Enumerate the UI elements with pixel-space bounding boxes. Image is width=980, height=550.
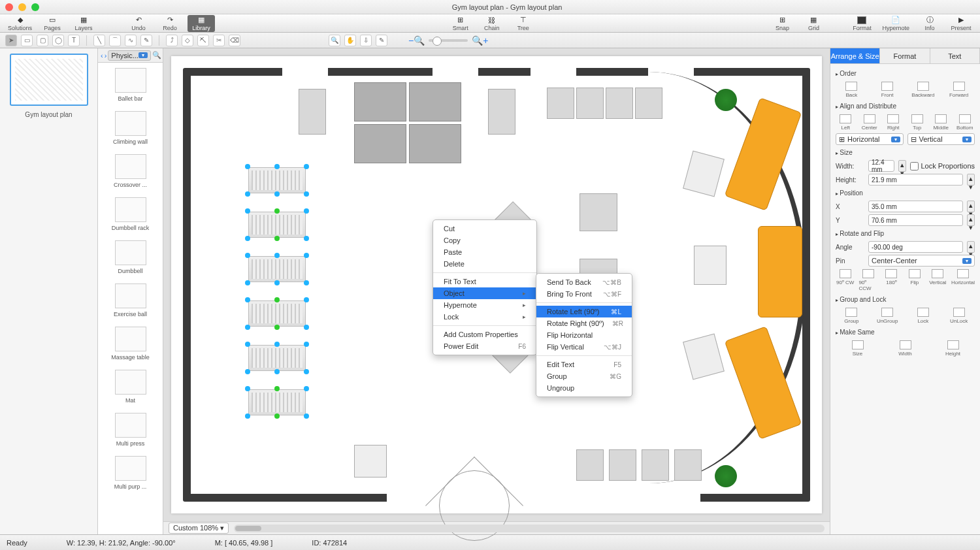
lib-search-icon[interactable]: 🔍: [152, 51, 161, 59]
grid-button[interactable]: ▦Grid: [800, 15, 827, 32]
library-item[interactable]: Climbing wall: [101, 108, 160, 152]
lock-proportions[interactable]: Lock Proportions: [910, 162, 975, 170]
canvas[interactable]: CutCopyPasteDeleteFit To TextObjectHyper…: [171, 56, 822, 513]
smart-button[interactable]: ⊞Smart: [447, 15, 474, 32]
section-rotate[interactable]: Rotate and Flip: [836, 228, 975, 239]
info-button[interactable]: ⓘInfo: [916, 15, 943, 32]
menu-item[interactable]: Bring To Front⌥⌘F: [536, 288, 632, 300]
menu-item[interactable]: Group⌘G: [536, 370, 632, 382]
chain-button[interactable]: ⛓Chain: [478, 15, 506, 32]
y-stepper[interactable]: ▴▾: [967, 214, 975, 226]
page-thumb-1[interactable]: [10, 54, 88, 106]
menu-item[interactable]: Delete: [433, 258, 536, 270]
menu-item[interactable]: Send To Back⌥⌘B: [536, 276, 632, 288]
section-align[interactable]: Align and Distribute: [836, 101, 975, 112]
treadmill[interactable]: [248, 345, 306, 371]
menu-item[interactable]: Ungroup: [536, 382, 632, 394]
library-item[interactable]: Mat: [101, 367, 160, 410]
menu-item[interactable]: Rotate Left (90º)⌘L: [536, 306, 632, 317]
inspector-btn[interactable]: Front: [872, 82, 904, 98]
tree-button[interactable]: ⊤Tree: [510, 15, 537, 32]
redo-button[interactable]: ↷Redo: [156, 15, 184, 32]
solutions-button[interactable]: ◆Solutions: [5, 15, 35, 32]
lib-prev-icon[interactable]: ‹: [101, 52, 103, 59]
pointer-tool[interactable]: ➤: [5, 35, 17, 46]
library-item[interactable]: Ballet bar: [101, 65, 160, 108]
undo-button[interactable]: ↶Undo: [125, 15, 152, 32]
menu-item[interactable]: Lock: [433, 311, 536, 323]
treadmill[interactable]: [248, 167, 306, 193]
zoom-in-icon[interactable]: 🔍+: [472, 35, 488, 46]
menu-item[interactable]: Fit To Text: [433, 276, 536, 287]
inspector-btn[interactable]: Top: [907, 114, 928, 131]
ellipse-tool[interactable]: ◯: [52, 35, 64, 46]
library-category-select[interactable]: Physic...▾: [108, 50, 151, 61]
minimize-icon[interactable]: [18, 3, 26, 11]
line-tool[interactable]: ╲: [93, 35, 105, 46]
library-item[interactable]: Crossover ...: [101, 152, 160, 195]
tab-format[interactable]: Format: [880, 48, 930, 63]
menu-item[interactable]: Flip Vertical⌥⌘J: [536, 341, 632, 353]
y-input[interactable]: 70.6 mm: [868, 214, 963, 226]
x-input[interactable]: 35.0 mm: [868, 201, 963, 212]
erase-tool[interactable]: ⌫: [229, 35, 240, 46]
context-menu[interactable]: CutCopyPasteDeleteFit To TextObjectHyper…: [433, 219, 537, 355]
inspector-btn[interactable]: Horizontal: [951, 269, 975, 291]
menu-item[interactable]: Rotate Right (90º)⌘R: [536, 317, 632, 329]
pen-tool[interactable]: ✎: [140, 35, 152, 46]
inspector-btn[interactable]: Size: [836, 340, 879, 357]
library-item[interactable]: Massage table: [101, 324, 160, 367]
inspector-btn[interactable]: Bottom: [955, 114, 975, 131]
zoom-select[interactable]: Custom 108% ▾: [169, 523, 229, 534]
inspector-btn[interactable]: Backward: [907, 82, 939, 98]
inspector-btn[interactable]: Group: [836, 308, 868, 324]
angle-input[interactable]: -90.00 deg: [868, 241, 963, 253]
inspector-btn[interactable]: UnLock: [943, 308, 975, 324]
library-item[interactable]: Dumbbell: [101, 238, 160, 281]
inspector-btn[interactable]: Forward: [943, 82, 975, 98]
menu-item[interactable]: Paste: [433, 246, 536, 258]
tab-text[interactable]: Text: [930, 48, 980, 63]
eyedropper-tool[interactable]: ✎: [376, 35, 387, 46]
x-stepper[interactable]: ▴▾: [967, 201, 975, 212]
snap-button[interactable]: ⊞Snap: [768, 15, 796, 32]
pages-button[interactable]: ▭Pages: [39, 15, 66, 32]
context-submenu[interactable]: Send To Back⌥⌘BBring To Front⌥⌘FRotate L…: [536, 273, 632, 397]
shape-tool[interactable]: ◇: [182, 35, 193, 46]
menu-item[interactable]: Flip Horizontal: [536, 329, 632, 341]
inspector-btn[interactable]: Width: [883, 340, 927, 357]
library-item[interactable]: Multi purp ...: [101, 453, 160, 496]
menu-item[interactable]: Object: [433, 287, 536, 299]
hypernote-button[interactable]: 📄Hypernote: [879, 15, 912, 32]
arc-tool[interactable]: ⌒: [109, 35, 121, 46]
connector-tool[interactable]: ⤴: [166, 35, 178, 46]
tab-arrange[interactable]: Arrange & Size: [830, 48, 880, 63]
lib-next-icon[interactable]: ›: [105, 52, 107, 59]
zoom-icon[interactable]: [31, 3, 39, 11]
treadmill[interactable]: [248, 389, 306, 415]
height-stepper[interactable]: ▴▾: [967, 174, 975, 186]
menu-item[interactable]: Add Custom Properties: [433, 329, 536, 340]
spline-tool[interactable]: ∿: [125, 35, 137, 46]
inspector-btn[interactable]: Height: [931, 340, 975, 357]
rect-tool[interactable]: ▭: [21, 35, 33, 46]
menu-item[interactable]: Power EditF6: [433, 340, 536, 352]
menu-item[interactable]: Copy: [433, 235, 536, 246]
drop-tool[interactable]: ⇩: [360, 35, 372, 46]
inspector-btn[interactable]: 90º CCW: [858, 269, 877, 291]
inspector-btn[interactable]: 90º CW: [836, 269, 855, 291]
hscrollbar[interactable]: [234, 525, 825, 532]
angle-stepper[interactable]: ▴▾: [967, 241, 975, 253]
menu-item[interactable]: Edit TextF5: [536, 359, 632, 370]
treadmill[interactable]: [248, 300, 306, 327]
inspector-btn[interactable]: UnGroup: [872, 308, 904, 324]
zoom-slider[interactable]: [429, 39, 468, 42]
inspector-btn[interactable]: Left: [836, 114, 856, 131]
zoom-tool[interactable]: 🔍: [329, 35, 340, 46]
inspector-btn[interactable]: Back: [836, 82, 868, 98]
width-stepper[interactable]: ▴▾: [898, 160, 906, 172]
rrect-tool[interactable]: ▢: [37, 35, 48, 46]
inspector-btn[interactable]: Flip: [905, 269, 924, 291]
section-make[interactable]: Make Same: [836, 327, 975, 338]
distribute-horiz[interactable]: ⊞Horizontal▾: [836, 133, 904, 145]
